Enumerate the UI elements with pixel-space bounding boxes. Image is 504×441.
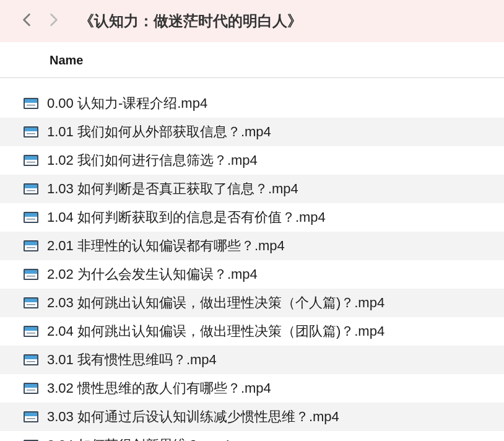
video-file-icon bbox=[24, 326, 38, 337]
svg-rect-21 bbox=[25, 242, 37, 245]
svg-rect-45 bbox=[25, 413, 37, 416]
video-file-icon bbox=[24, 183, 38, 194]
file-name-label: 3.04 如何获得创新思维？.mp4 bbox=[47, 436, 230, 441]
file-row[interactable]: 2.01 非理性的认知偏误都有哪些？.mp4 bbox=[0, 232, 504, 260]
svg-rect-43 bbox=[27, 390, 35, 391]
file-name-label: 1.04 如何判断获取到的信息是否有价值？.mp4 bbox=[47, 208, 326, 227]
svg-rect-47 bbox=[27, 418, 35, 419]
file-name-label: 0.00 认知力-课程介绍.mp4 bbox=[47, 94, 207, 113]
svg-rect-27 bbox=[27, 276, 35, 277]
video-file-icon bbox=[24, 297, 38, 308]
file-row[interactable]: 1.02 我们如何进行信息筛选？.mp4 bbox=[0, 146, 504, 175]
svg-rect-3 bbox=[27, 105, 35, 106]
svg-rect-9 bbox=[25, 156, 37, 160]
back-button[interactable] bbox=[19, 11, 35, 31]
file-row[interactable]: 3.02 惯性思维的敌人们有哪些？.mp4 bbox=[0, 374, 504, 403]
column-header-name[interactable]: Name bbox=[50, 53, 83, 67]
folder-title: 《认知力：做迷茫时代的明白人》 bbox=[79, 11, 302, 31]
file-list: 0.00 认知力-课程介绍.mp4 1.01 我们如何从外部获取信息？.mp4 … bbox=[0, 78, 504, 441]
column-header-row: Name bbox=[0, 42, 504, 77]
svg-rect-15 bbox=[27, 190, 35, 191]
video-file-icon bbox=[24, 240, 38, 251]
file-row[interactable]: 3.01 我有惯性思维吗？.mp4 bbox=[0, 346, 504, 374]
svg-rect-1 bbox=[25, 99, 37, 103]
file-name-label: 2.02 为什么会发生认知偏误？.mp4 bbox=[47, 265, 258, 284]
file-name-label: 2.04 如何跳出认知偏误，做出理性决策（团队篇)？.mp4 bbox=[47, 322, 385, 341]
toolbar-header: 《认知力：做迷茫时代的明白人》 bbox=[0, 0, 504, 42]
svg-rect-41 bbox=[25, 384, 37, 388]
file-row[interactable]: 2.03 如何跳出认知偏误，做出理性决策（个人篇)？.mp4 bbox=[0, 289, 504, 317]
svg-rect-37 bbox=[25, 356, 37, 359]
forward-button[interactable] bbox=[46, 11, 62, 31]
svg-rect-23 bbox=[27, 247, 35, 248]
video-file-icon bbox=[24, 98, 38, 109]
video-file-icon bbox=[24, 126, 38, 138]
file-name-label: 2.03 如何跳出认知偏误，做出理性决策（个人篇)？.mp4 bbox=[47, 294, 385, 312]
svg-rect-31 bbox=[27, 304, 35, 305]
video-file-icon bbox=[24, 354, 38, 365]
svg-rect-13 bbox=[25, 185, 37, 188]
file-row[interactable]: 0.00 认知力-课程介绍.mp4 bbox=[0, 89, 504, 118]
svg-rect-11 bbox=[27, 162, 35, 163]
video-file-icon bbox=[24, 411, 38, 422]
file-name-label: 3.01 我有惯性思维吗？.mp4 bbox=[47, 351, 217, 369]
file-row[interactable]: 1.04 如何判断获取到的信息是否有价值？.mp4 bbox=[0, 203, 504, 232]
svg-rect-39 bbox=[27, 361, 35, 362]
file-name-label: 1.02 我们如何进行信息筛选？.mp4 bbox=[47, 151, 258, 170]
svg-rect-35 bbox=[27, 333, 35, 334]
video-file-icon bbox=[24, 383, 38, 394]
svg-rect-7 bbox=[27, 133, 35, 134]
video-file-icon bbox=[24, 212, 38, 223]
file-row[interactable]: 2.04 如何跳出认知偏误，做出理性决策（团队篇)？.mp4 bbox=[0, 317, 504, 346]
file-name-label: 3.02 惯性思维的敌人们有哪些？.mp4 bbox=[47, 379, 271, 398]
svg-rect-29 bbox=[25, 299, 37, 302]
video-file-icon bbox=[24, 155, 38, 166]
file-name-label: 1.03 如何判断是否真正获取了信息？.mp4 bbox=[47, 180, 298, 198]
file-row[interactable]: 3.03 如何通过后设认知训练减少惯性思维？.mp4 bbox=[0, 403, 504, 431]
file-name-label: 1.01 我们如何从外部获取信息？.mp4 bbox=[47, 123, 271, 141]
file-name-label: 2.01 非理性的认知偏误都有哪些？.mp4 bbox=[47, 237, 285, 255]
file-row[interactable]: 3.04 如何获得创新思维？.mp4 bbox=[0, 431, 504, 441]
svg-rect-25 bbox=[25, 270, 37, 274]
file-row[interactable]: 2.02 为什么会发生认知偏误？.mp4 bbox=[0, 260, 504, 289]
file-name-label: 3.03 如何通过后设认知训练减少惯性思维？.mp4 bbox=[47, 408, 339, 426]
svg-rect-17 bbox=[25, 213, 37, 217]
svg-rect-33 bbox=[25, 327, 37, 331]
file-row[interactable]: 1.03 如何判断是否真正获取了信息？.mp4 bbox=[0, 175, 504, 203]
video-file-icon bbox=[24, 269, 38, 280]
svg-rect-19 bbox=[27, 219, 35, 220]
svg-rect-5 bbox=[25, 128, 37, 131]
file-row[interactable]: 1.01 我们如何从外部获取信息？.mp4 bbox=[0, 118, 504, 146]
